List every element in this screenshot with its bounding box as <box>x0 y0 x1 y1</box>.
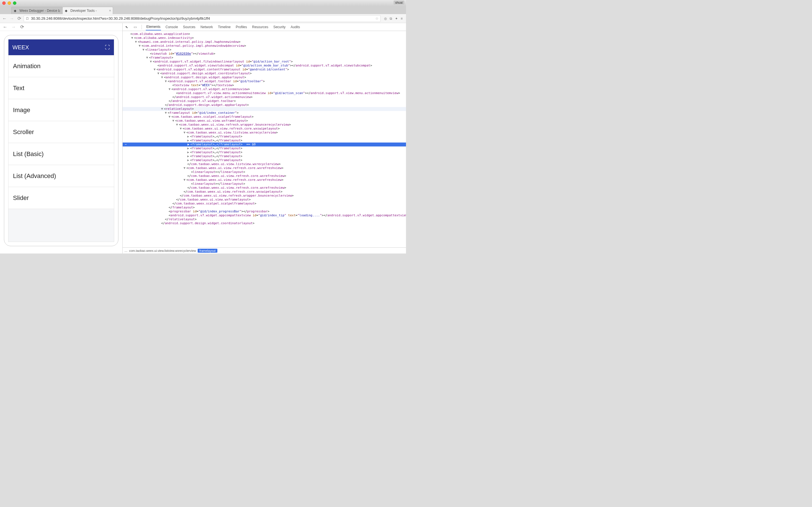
tab-network[interactable]: Network <box>200 24 213 30</box>
breadcrumb-ellipsis[interactable]: … <box>124 249 128 252</box>
devtools-tabbar: ⬉ ▭ Elements Console Sources Network Tim… <box>123 23 406 31</box>
list-item[interactable]: Slider <box>8 187 114 209</box>
list-item[interactable]: Animation <box>8 55 114 77</box>
tab-profiles[interactable]: Profiles <box>235 24 248 30</box>
tab-console[interactable]: Console <box>165 24 179 30</box>
list-item[interactable]: List (Advanced) <box>8 165 114 187</box>
tab-sources[interactable]: Sources <box>183 24 196 30</box>
preview-reload-button[interactable]: ⟳ <box>19 24 25 30</box>
tab-security[interactable]: Security <box>273 24 286 30</box>
app-header: WEEX ⛶ <box>8 40 114 55</box>
elements-tree[interactable]: <com.alibaba.weex.wxapplication> ▼<com.a… <box>123 31 406 247</box>
preview-back-button[interactable]: ← <box>2 24 8 30</box>
url-text: 30.30.29.246:8088/devtools/inspector.htm… <box>31 16 210 20</box>
preview-forward-button[interactable]: → <box>11 24 16 30</box>
device-toolbar-icon[interactable]: ▭ <box>133 25 138 29</box>
list-item-label: Slider <box>13 194 29 202</box>
inspect-element-icon[interactable]: ⬉ <box>124 25 129 29</box>
extension-icon[interactable]: ⧉ <box>390 17 392 20</box>
site-info-icon[interactable]: 🗋 <box>26 16 29 20</box>
preview-toolbar: ← → ⟳ <box>0 23 122 31</box>
devtools-panel: ⬉ ▭ Elements Console Sources Network Tim… <box>122 23 406 253</box>
omnibox[interactable]: 🗋 30.30.29.246:8088/devtools/inspector.h… <box>24 15 380 22</box>
app-title: WEEX <box>12 44 29 51</box>
close-window-button[interactable] <box>2 1 6 5</box>
list-item-label: Animation <box>13 62 41 70</box>
tab-resources[interactable]: Resources <box>252 24 269 30</box>
breadcrumb-current[interactable]: framelayout <box>198 249 217 252</box>
minimize-window-button[interactable] <box>8 1 11 5</box>
elements-breadcrumb[interactable]: … com.taobao.weex.ui.view.listview.wxrec… <box>123 247 406 253</box>
tab-title: Weex Debugger - Device L <box>19 9 60 13</box>
browser-tab-devtools[interactable]: ◆ Developer Tools - × <box>62 7 113 14</box>
list-item[interactable]: Image <box>8 99 114 121</box>
window-titlebar: shuai <box>0 0 406 6</box>
device-frame: WEEX ⛶ Animation Text Image Scroller Lis… <box>4 35 118 246</box>
list-item-label: List (Advanced) <box>13 172 56 180</box>
chrome-menu-icon[interactable]: ≡ <box>401 17 403 20</box>
browser-tab-weex-debugger[interactable]: ◆ Weex Debugger - Device L × <box>11 7 63 14</box>
list-item-label: Image <box>13 107 30 114</box>
close-tab-icon[interactable]: × <box>59 9 61 13</box>
close-tab-icon[interactable]: × <box>109 9 111 13</box>
tab-title: Developer Tools - <box>70 9 97 13</box>
separator <box>142 25 142 29</box>
list-item[interactable]: Text <box>8 77 114 99</box>
list-item-label: Text <box>13 84 24 92</box>
extension-icon[interactable]: ◎ <box>384 17 387 20</box>
list-item[interactable]: Scroller <box>8 121 114 143</box>
extension-icon[interactable]: ✦ <box>395 17 398 20</box>
list-item-label: List (Basic) <box>13 151 44 158</box>
favicon-icon: ◆ <box>14 9 18 13</box>
browser-tabstrip: ◆ Weex Debugger - Device L × ◆ Developer… <box>0 6 406 14</box>
extension-icons: ◎ ⧉ ✦ ≡ <box>382 17 404 20</box>
back-button[interactable]: ← <box>2 16 7 21</box>
forward-button[interactable]: → <box>9 16 15 21</box>
bookmark-star-icon[interactable]: ☆ <box>375 16 378 20</box>
device-preview-pane: ← → ⟳ WEEX ⛶ Animation Text Image Scroll… <box>0 23 122 253</box>
zoom-window-button[interactable] <box>13 1 16 5</box>
address-bar: ← → ⟳ 🗋 30.30.29.246:8088/devtools/inspe… <box>0 14 406 23</box>
reload-button[interactable]: ⟳ <box>16 16 22 21</box>
profile-badge[interactable]: shuai <box>394 1 404 4</box>
scan-icon[interactable]: ⛶ <box>105 45 110 50</box>
list-item[interactable]: List (Basic) <box>8 143 114 165</box>
traffic-lights <box>2 1 16 5</box>
breadcrumb-parent[interactable]: com.taobao.weex.ui.view.listview.wxrecyc… <box>129 249 196 252</box>
tab-audits[interactable]: Audits <box>290 24 301 30</box>
device-screen[interactable]: WEEX ⛶ Animation Text Image Scroller Lis… <box>8 39 114 242</box>
tab-timeline[interactable]: Timeline <box>217 24 231 30</box>
tab-elements[interactable]: Elements <box>146 24 161 31</box>
list-item-label: Scroller <box>13 128 34 136</box>
favicon-icon: ◆ <box>65 9 69 13</box>
